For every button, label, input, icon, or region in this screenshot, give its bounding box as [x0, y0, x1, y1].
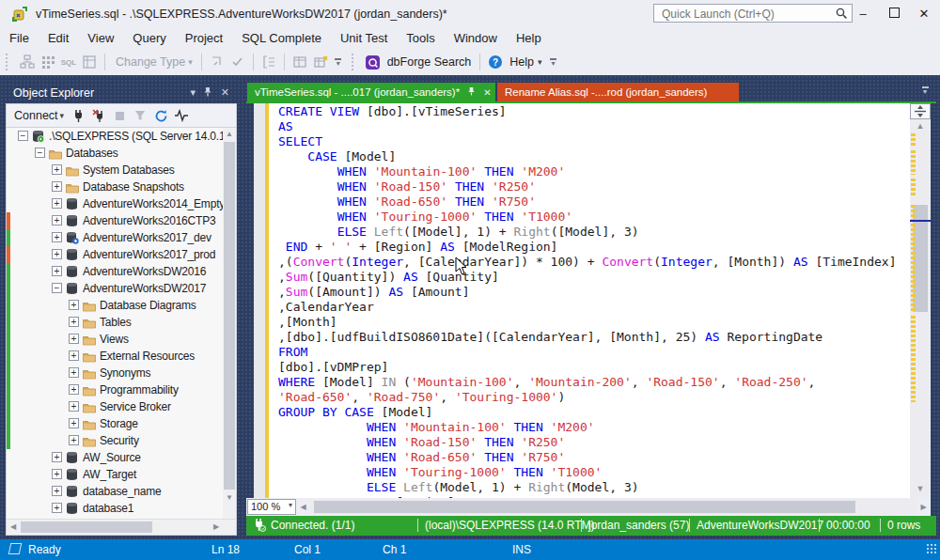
- tree-node-views[interactable]: +Views: [7, 331, 228, 348]
- connect-plug-icon[interactable]: [69, 106, 87, 125]
- filter-icon[interactable]: [131, 106, 149, 125]
- scroll-left-icon[interactable]: ◀: [296, 503, 310, 511]
- tree-node-adventureworks2016ctp3[interactable]: +AdventureWorks2016CTP3: [7, 212, 228, 229]
- tree-node-database-name[interactable]: +database_name: [7, 483, 228, 500]
- collapse-icon[interactable]: −: [18, 131, 28, 141]
- add-table-icon[interactable]: [290, 53, 309, 71]
- expand-icon[interactable]: +: [69, 435, 79, 445]
- tree-node-adventureworksdw2016[interactable]: +AdventureWorksDW2016: [7, 263, 228, 280]
- tree-node-adventureworks2017-dev[interactable]: +AdventureWorks2017_dev: [7, 229, 228, 246]
- tree-node-databases[interactable]: −Databases: [7, 145, 228, 162]
- toolbar-grip-2[interactable]: [352, 54, 358, 70]
- expand-icon[interactable]: +: [52, 469, 62, 479]
- help-menu-button[interactable]: Help: [509, 55, 534, 69]
- close-icon[interactable]: ✕: [221, 86, 229, 99]
- search-icon[interactable]: [835, 7, 848, 23]
- diagram-pane-icon[interactable]: [18, 53, 37, 71]
- expand-icon[interactable]: +: [69, 350, 79, 361]
- grid-pane-icon[interactable]: [39, 53, 57, 71]
- change-type-dropdown[interactable]: Change Type: [116, 55, 185, 69]
- disconnect-plug-icon[interactable]: [89, 106, 108, 125]
- tree-node-database-snapshots[interactable]: +Database Snapshots: [7, 179, 228, 195]
- tree-node-aw-source[interactable]: +AW_Source: [7, 449, 228, 466]
- scroll-right-icon[interactable]: ▶: [916, 503, 931, 511]
- collapse-icon[interactable]: −: [52, 283, 62, 293]
- expand-icon[interactable]: +: [52, 266, 62, 276]
- expand-icon[interactable]: +: [69, 384, 79, 395]
- expand-icon[interactable]: +: [52, 503, 62, 513]
- expand-icon[interactable]: +: [52, 215, 62, 226]
- tree-node--sqlexpress-sql-server-14-0-10[interactable]: −.\SQLEXPRESS (SQL Server 14.0.1000: [7, 128, 228, 145]
- tab-vtimeseries[interactable]: vTimeSeries.sql - ....017 (jordan_sander…: [247, 83, 495, 101]
- tree-node-external-resources[interactable]: +External Resources: [7, 348, 228, 365]
- tree-node-storage[interactable]: +Storage: [7, 415, 228, 432]
- tree-node-synonyms[interactable]: +Synonyms: [7, 365, 228, 381]
- quick-launch-input[interactable]: [660, 6, 833, 23]
- results-pane-icon[interactable]: [80, 53, 99, 71]
- activity-monitor-icon[interactable]: [172, 106, 191, 125]
- expand-icon[interactable]: +: [69, 334, 79, 344]
- menu-item-sql-complete[interactable]: SQL Complete: [232, 28, 331, 49]
- code-editor[interactable]: CREATE VIEW [dbo].[vTimeSeries]ASSELECT …: [254, 103, 931, 498]
- expand-icon[interactable]: +: [69, 317, 79, 327]
- group-by-icon[interactable]: [259, 53, 278, 71]
- menu-item-view[interactable]: View: [78, 28, 123, 49]
- toolbar-overflow-button-2[interactable]: ▾: [548, 58, 559, 66]
- zoom-level-dropdown[interactable]: 100 %▾: [247, 499, 296, 515]
- tree-horizontal-scrollbar[interactable]: ◀ ▶: [7, 519, 236, 535]
- quick-launch-box[interactable]: [653, 4, 853, 23]
- expand-icon[interactable]: +: [52, 452, 62, 462]
- tab-list-dropdown[interactable]: ▾: [919, 86, 931, 94]
- menu-item-query[interactable]: Query: [123, 28, 175, 49]
- tree-node-service-broker[interactable]: +Service Broker: [7, 398, 228, 415]
- tree-node-adventureworksdw2017[interactable]: −AdventureWorksDW2017: [7, 280, 228, 297]
- editor-vertical-scrollbar[interactable]: ▲ ▼: [910, 103, 931, 498]
- tree-node-security[interactable]: +Security: [7, 432, 228, 449]
- maximize-button[interactable]: [882, 4, 906, 24]
- close-icon[interactable]: ✕: [483, 87, 491, 98]
- close-button[interactable]: ✕: [912, 4, 936, 24]
- window-position-icon[interactable]: ▾: [190, 86, 196, 99]
- tree-node-tables[interactable]: +Tables: [7, 314, 228, 331]
- menu-item-edit[interactable]: Edit: [39, 28, 78, 49]
- refresh-icon[interactable]: [151, 106, 170, 125]
- verify-sql-icon[interactable]: [208, 53, 227, 71]
- sql-pane-icon[interactable]: SQL: [59, 53, 78, 71]
- toolbar-overflow-button[interactable]: ▾: [333, 58, 344, 66]
- menu-item-unit-test[interactable]: Unit Test: [331, 28, 397, 49]
- expand-icon[interactable]: +: [69, 300, 79, 310]
- menu-item-window[interactable]: Window: [445, 28, 507, 49]
- menu-item-file[interactable]: File: [0, 28, 39, 49]
- tree-node-aw-target[interactable]: +AW_Target: [7, 466, 228, 483]
- new-table-icon[interactable]: [311, 53, 330, 71]
- menu-item-tools[interactable]: Tools: [397, 28, 444, 49]
- pin-icon[interactable]: [203, 86, 212, 99]
- expand-icon[interactable]: +: [52, 198, 62, 209]
- expand-icon[interactable]: +: [52, 486, 62, 496]
- tree-node-adventureworks2017-prod[interactable]: +AdventureWorks2017_prod: [7, 246, 228, 263]
- tree-vertical-scrollbar[interactable]: ▲ ▼: [223, 128, 236, 519]
- toolbar-grip[interactable]: [6, 54, 12, 70]
- tree[interactable]: −.\SQLEXPRESS (SQL Server 14.0.1000−Data…: [7, 128, 228, 519]
- splitter-handle[interactable]: [910, 103, 931, 119]
- editor-horizontal-scrollbar[interactable]: [310, 499, 916, 515]
- expand-icon[interactable]: +: [69, 401, 79, 412]
- menu-item-help[interactable]: Help: [507, 28, 551, 49]
- expand-icon[interactable]: +: [69, 418, 79, 428]
- tree-node-adventureworks2014-empty[interactable]: +AdventureWorks2014_Empty: [7, 195, 228, 212]
- tree-node-database-diagrams[interactable]: +Database Diagrams: [7, 297, 228, 314]
- pin-icon[interactable]: [467, 86, 476, 98]
- menu-item-project[interactable]: Project: [176, 28, 232, 49]
- sql-check-icon[interactable]: [228, 53, 247, 71]
- expand-icon[interactable]: +: [52, 249, 62, 259]
- tree-node-programmability[interactable]: +Programmability: [7, 381, 228, 398]
- tab-rename-alias[interactable]: Rename Alias.sql -....rod (jordan_sander…: [497, 83, 739, 101]
- collapse-icon[interactable]: −: [35, 148, 45, 158]
- code-area[interactable]: CREATE VIEW [dbo].[vTimeSeries]ASSELECT …: [278, 103, 910, 498]
- expand-icon[interactable]: +: [69, 367, 79, 378]
- connect-dropdown[interactable]: Connect: [14, 109, 58, 122]
- resize-grip[interactable]: [926, 543, 937, 554]
- tree-node-system-databases[interactable]: +System Databases: [7, 162, 228, 179]
- minimize-button[interactable]: –: [851, 4, 875, 24]
- expand-icon[interactable]: +: [52, 164, 62, 175]
